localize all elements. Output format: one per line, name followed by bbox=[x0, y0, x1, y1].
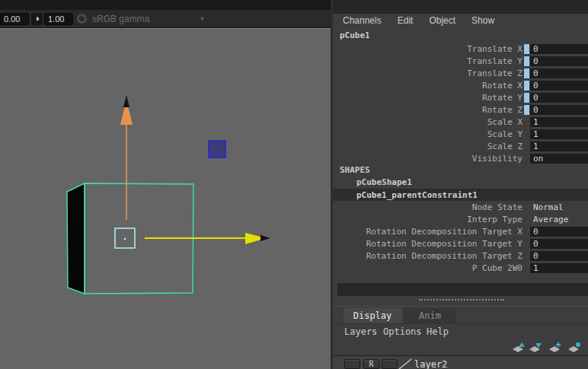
exposure-field[interactable]: 0.00 bbox=[0, 13, 29, 25]
attribute-row: Scale Z 1 bbox=[333, 141, 588, 153]
attribute-row: Interp Type Average bbox=[333, 214, 588, 226]
attr-value-field[interactable]: 0 bbox=[530, 105, 588, 115]
create-layer-from-selected-button[interactable] bbox=[567, 342, 583, 355]
keyed-indicator bbox=[524, 81, 529, 91]
attribute-row: Rotation Decomposition Target Z 0 bbox=[333, 250, 588, 262]
attr-value-field[interactable]: 0 bbox=[530, 251, 588, 261]
gamma-field[interactable]: 1.00 bbox=[44, 13, 73, 25]
move-layer-down-button[interactable] bbox=[529, 342, 544, 355]
attr-label[interactable]: Interp Type bbox=[333, 215, 522, 224]
menu-edit[interactable]: Edit bbox=[398, 15, 414, 28]
viewport-toolbar: 0.00 ◑ 1.00 sRGB gamma ▼ bbox=[0, 10, 331, 28]
constraint-node-name[interactable]: pCube1_parentConstraint1 bbox=[356, 190, 478, 200]
tab-display[interactable]: Display bbox=[344, 308, 401, 323]
attr-value-field[interactable]: 1 bbox=[530, 263, 588, 273]
attribute-row: Scale Y 1 bbox=[333, 129, 588, 141]
attr-label[interactable]: Visibility bbox=[333, 154, 522, 164]
attr-label[interactable]: Translate Y bbox=[333, 56, 522, 66]
keyed-indicator bbox=[524, 44, 529, 54]
tab-anim[interactable]: Anim bbox=[404, 308, 456, 323]
node-name[interactable]: pCube1 bbox=[340, 30, 370, 40]
attr-label[interactable]: Scale Y bbox=[333, 129, 522, 139]
attr-label[interactable]: Scale X bbox=[333, 117, 522, 127]
attr-label[interactable]: P Cube 2W0 bbox=[333, 263, 522, 273]
attr-label[interactable]: Rotation Decomposition Target Z bbox=[333, 251, 522, 261]
manip-z-plane-handle[interactable] bbox=[209, 141, 225, 157]
attribute-row: Visibility on bbox=[333, 153, 588, 165]
keyed-indicator bbox=[524, 56, 529, 66]
manip-y-tip bbox=[123, 95, 129, 107]
layer-playback-toggle[interactable] bbox=[382, 359, 398, 369]
keyed-indicator bbox=[524, 68, 529, 78]
attr-value-field[interactable]: 0 bbox=[530, 44, 588, 54]
attr-label[interactable]: Translate X bbox=[333, 44, 522, 54]
menu-object[interactable]: Object bbox=[429, 15, 455, 28]
menu-options[interactable]: Options bbox=[383, 326, 422, 337]
layer-color-swatch[interactable] bbox=[398, 358, 412, 369]
attr-value-field[interactable]: 1 bbox=[530, 117, 588, 127]
attr-label[interactable]: Rotate Z bbox=[333, 105, 522, 115]
attribute-row: Rotation Decomposition Target X 0 bbox=[333, 226, 588, 238]
attribute-row: Rotate Z 0 bbox=[333, 104, 588, 116]
attr-value-field[interactable]: 1 bbox=[530, 142, 588, 151]
channel-box: Channels Edit Object Show pCube1 Transla… bbox=[333, 0, 588, 369]
layer-row[interactable]: R layer2 bbox=[333, 355, 588, 369]
layer-visibility-toggle[interactable] bbox=[344, 359, 360, 369]
manip-pivot-dot bbox=[124, 238, 126, 240]
attribute-row: Node State Normal bbox=[333, 202, 588, 214]
attr-value-field[interactable]: 0 bbox=[530, 93, 588, 103]
attribute-row: Rotate Y 0 bbox=[333, 92, 588, 104]
menu-layers[interactable]: Layers bbox=[344, 326, 377, 337]
attribute-row: Translate Y 0 bbox=[333, 56, 588, 68]
attribute-row: Rotate X 0 bbox=[333, 80, 588, 92]
channel-box-menubar: Channels Edit Object Show bbox=[343, 15, 494, 28]
empty-field-bar bbox=[337, 283, 588, 296]
attr-label[interactable]: Rotation Decomposition Target X bbox=[333, 227, 522, 237]
viewport-3d[interactable] bbox=[0, 28, 331, 369]
chevron-down-icon[interactable]: ▼ bbox=[199, 15, 206, 23]
color-management-toggle-icon[interactable] bbox=[77, 14, 87, 24]
attribute-row: Scale X 1 bbox=[333, 116, 588, 129]
layer-name[interactable]: layer2 bbox=[414, 359, 447, 369]
attr-label[interactable]: Translate Z bbox=[333, 68, 522, 78]
attribute-row: Translate X 0 bbox=[333, 43, 588, 56]
color-transform-label: sRGB gamma bbox=[92, 14, 149, 24]
keyed-indicator bbox=[524, 105, 529, 115]
create-empty-layer-button[interactable] bbox=[548, 342, 564, 355]
attr-value-field[interactable]: 0 bbox=[530, 239, 588, 249]
attribute-row: Translate Z 0 bbox=[333, 68, 588, 80]
attr-value-field[interactable]: 0 bbox=[530, 56, 588, 66]
attribute-row: Rotation Decomposition Target Y 0 bbox=[333, 238, 588, 250]
attr-value-field[interactable]: on bbox=[530, 154, 588, 164]
keyed-indicator bbox=[524, 93, 529, 103]
constraint-node-row[interactable]: pCube1_parentConstraint1 bbox=[333, 189, 588, 201]
menu-channels[interactable]: Channels bbox=[343, 15, 382, 28]
attr-value-field[interactable]: 0 bbox=[530, 68, 588, 78]
attr-value-field[interactable]: 1 bbox=[530, 129, 588, 139]
attr-label[interactable]: Rotation Decomposition Target Y bbox=[333, 239, 522, 249]
shape-node-name[interactable]: pCubeShape1 bbox=[356, 177, 412, 187]
attr-label[interactable]: Node State bbox=[333, 202, 522, 212]
scene-graphics bbox=[0, 29, 331, 369]
attr-enum-value[interactable]: Normal bbox=[533, 202, 564, 212]
layer-editor: Display Anim Layers Options Help bbox=[333, 306, 588, 369]
move-layer-up-button[interactable] bbox=[512, 342, 527, 355]
attr-value-field[interactable]: 0 bbox=[530, 81, 588, 91]
menu-help[interactable]: Help bbox=[427, 326, 449, 337]
panel-top-strip bbox=[333, 0, 588, 14]
contrast-icon[interactable]: ◑ bbox=[31, 13, 43, 25]
attribute-list: Translate X 0 Translate Y 0 Translate Z … bbox=[333, 43, 588, 165]
maya-window: 0.00 ◑ 1.00 sRGB gamma ▼ bbox=[0, 0, 588, 369]
shapes-section-header: SHAPES bbox=[340, 165, 370, 175]
attribute-row: P Cube 2W0 1 bbox=[333, 262, 588, 275]
manip-x-tip bbox=[260, 235, 270, 241]
menu-show[interactable]: Show bbox=[471, 15, 494, 28]
section-drag-handle[interactable] bbox=[419, 299, 504, 302]
tab-underline bbox=[333, 323, 588, 324]
attr-label[interactable]: Scale Z bbox=[333, 142, 522, 151]
attr-value-field[interactable]: 0 bbox=[530, 227, 588, 237]
attr-enum-value[interactable]: Average bbox=[533, 215, 568, 224]
attr-label[interactable]: Rotate X bbox=[333, 81, 522, 91]
attr-label[interactable]: Rotate Y bbox=[333, 93, 522, 103]
layer-display-type-toggle[interactable]: R bbox=[363, 359, 379, 369]
